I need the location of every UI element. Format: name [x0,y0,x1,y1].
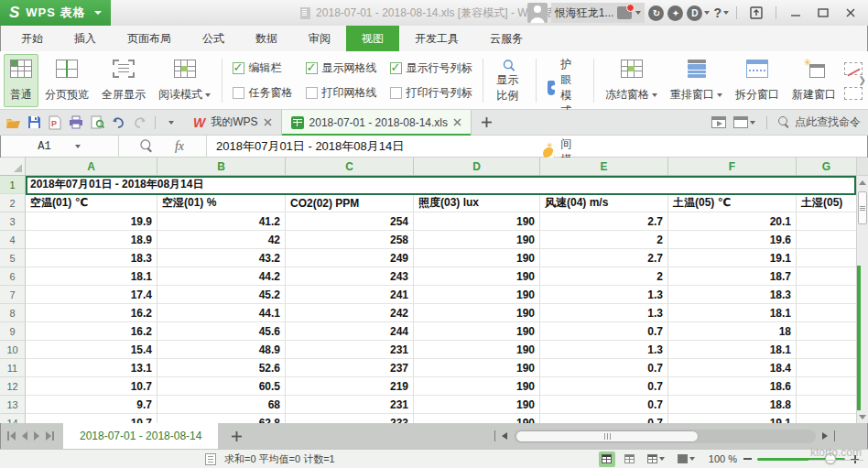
cell[interactable] [797,231,856,249]
cell[interactable] [797,359,856,377]
freeze-panes-button[interactable]: 冻结窗格 [599,54,664,107]
cell[interactable]: 0.7 [540,396,668,414]
cell[interactable]: 空温(01) ℃ [26,194,157,212]
cell[interactable]: 0.7 [540,359,668,377]
cell[interactable]: 190 [414,396,540,414]
status-view-pagebreak-button[interactable] [622,452,638,467]
checkbox-show-headings[interactable]: 显示行号列标 [385,56,478,81]
cell[interactable] [797,377,856,396]
column-header-F[interactable]: F [668,158,797,175]
cell[interactable]: CO2(02) PPM [286,194,414,212]
column-header-B[interactable]: B [157,158,286,175]
cell[interactable]: 190 [414,359,540,377]
find-command-box[interactable]: 点此查找命令 [778,114,861,130]
cell[interactable]: 254 [286,212,414,231]
scroll-right-button[interactable] [822,432,828,440]
cell[interactable]: 0.7 [540,377,668,396]
cell[interactable]: 42 [157,231,286,249]
horizontal-scroll-thumb[interactable] [515,430,699,442]
cell[interactable]: 9.7 [26,396,157,414]
cell[interactable]: 18.1 [668,304,797,322]
cell[interactable] [797,322,856,341]
close-button[interactable] [839,4,863,22]
cell[interactable]: 风速(04) m/s [540,194,668,212]
cell[interactable]: 43.2 [157,249,286,267]
cell[interactable]: 44.2 [157,267,286,286]
cell[interactable]: 41.2 [157,212,286,231]
cell[interactable] [797,341,856,359]
row-number-4[interactable]: 4 [0,231,26,249]
cell[interactable]: 16.2 [26,322,157,341]
vertical-scroll-thumb[interactable] [858,191,867,224]
maximize-button[interactable] [811,4,835,22]
ribbon-expand-icon[interactable]: ❯ [859,75,866,85]
ribbon-tab-cloud[interactable]: 云服务 [474,26,538,51]
cell[interactable] [797,304,856,322]
column-header-E[interactable]: E [540,158,668,175]
cell[interactable]: 258 [286,231,414,249]
cell[interactable]: 0.7 [540,414,668,423]
cell[interactable]: 20.1 [668,212,797,231]
open-button[interactable] [4,114,22,132]
cell[interactable]: 1.3 [540,341,668,359]
status-view-layout-button[interactable] [645,452,668,467]
sheet-tab[interactable]: 2018-07-01 - 2018-08-14 [63,423,218,449]
cell[interactable]: 15.4 [26,341,157,359]
scroll-left-button[interactable] [502,432,507,440]
cell[interactable]: 18.3 [668,286,797,304]
scroll-down-button[interactable] [857,410,868,423]
cell[interactable]: 233 [286,414,414,423]
new-tab-button[interactable] [477,114,495,132]
cell[interactable] [797,249,856,267]
first-sheet-button[interactable] [7,431,16,441]
row-number-13[interactable]: 13 [0,396,26,414]
cell[interactable] [797,212,856,231]
cell[interactable]: 190 [414,249,540,267]
row-number-2[interactable]: 2 [0,194,26,212]
help-button[interactable]: ? [713,5,729,20]
row-number-10[interactable]: 10 [0,341,26,359]
cell[interactable]: 2.7 [540,249,668,267]
cell[interactable]: 237 [286,359,414,377]
zoom-out-button[interactable] [743,458,752,460]
view-full-screen-button[interactable]: 全屏显示 [95,54,152,107]
view-page-break-button[interactable]: 分页预览 [38,54,95,107]
points-icon[interactable]: ✦ [667,5,683,21]
cell[interactable]: 244 [286,322,414,341]
save-button[interactable] [25,114,43,132]
column-header-D[interactable]: D [414,158,540,175]
cell[interactable]: 190 [414,286,540,304]
cell[interactable]: 16.2 [26,304,157,322]
cell[interactable]: 2 [540,231,668,249]
ribbon-tab-dev-tools[interactable]: 开发工具 [399,26,474,51]
column-header-A[interactable]: A [26,158,157,175]
switch-window-button[interactable] [733,116,755,128]
skin-button[interactable]: D [687,5,710,21]
cell[interactable]: 241 [286,286,414,304]
arrange-windows-button[interactable]: 重排窗口 [664,54,729,107]
play-window-icon[interactable] [711,116,726,128]
user-name-button[interactable]: 恨海狂龙1... [551,3,646,23]
cell[interactable]: 249 [286,249,414,267]
cell[interactable]: 10.7 [26,377,157,396]
minimize-button[interactable] [784,4,808,22]
cell[interactable]: 48.9 [157,341,286,359]
cell[interactable]: 231 [286,396,414,414]
avatar[interactable] [527,3,548,23]
cell[interactable]: 18.6 [668,377,797,396]
view-normal-button[interactable]: 普通 [4,54,38,107]
cell[interactable]: 44.1 [157,304,286,322]
cell[interactable]: 190 [414,304,540,322]
cell[interactable]: 190 [414,414,540,423]
cell[interactable]: 18.9 [26,231,157,249]
row-number-6[interactable]: 6 [0,267,26,286]
cell[interactable] [797,286,856,304]
cell[interactable] [797,414,856,423]
cell[interactable]: 45.2 [157,286,286,304]
zoom-scale-button[interactable]: 显示比例 [487,54,531,107]
cell[interactable] [797,396,856,414]
cell[interactable]: 190 [414,212,540,231]
cell[interactable]: 231 [286,341,414,359]
cell[interactable]: 空湿(01) % [157,194,286,212]
cell[interactable]: 19.9 [26,212,157,231]
